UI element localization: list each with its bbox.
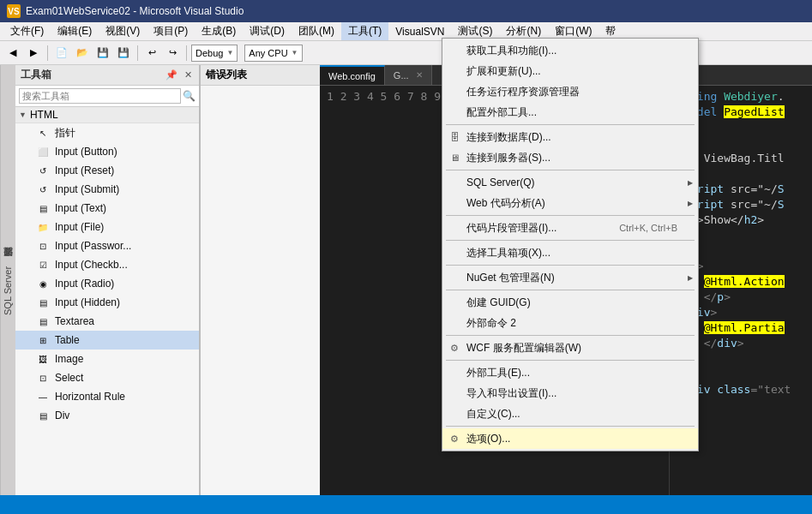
menu-item-build[interactable]: 生成(B) — [195, 22, 243, 40]
tab-close-icon[interactable]: ✕ — [416, 70, 423, 80]
toolbox-item-pointer[interactable]: ↖指针 — [15, 123, 199, 142]
toolbox-header: 工具箱 📌 ✕ — [15, 65, 199, 86]
menu-item-view[interactable]: 视图(V) — [99, 22, 147, 40]
toolbar-forward-btn[interactable]: ▶ — [24, 44, 43, 63]
toolbox-search-area: 🔍 — [15, 86, 199, 107]
toolbox-item-select[interactable]: ⊡Select — [15, 368, 199, 387]
dropdown-item-sql-server[interactable]: SQL Server(Q) — [442, 172, 698, 193]
dropdown-item-connect-db[interactable]: 🗄连接到数据库(D)... — [442, 127, 698, 147]
dropdown-item-snippet-manager[interactable]: 代码片段管理器(I)...Ctrl+K, Ctrl+B — [442, 218, 698, 238]
input-submit-icon: ↺ — [36, 182, 50, 196]
sql-server-sidebar[interactable]: SQL Server 资源管理器 — [0, 65, 15, 514]
toolbox-item-input-button[interactable]: ⬜Input (Button) — [15, 142, 199, 161]
toolbox-item-label-div: Div — [55, 409, 69, 421]
toolbox-pin-btn[interactable]: 📌 — [164, 69, 179, 81]
dropdown-sep-sep7 — [446, 335, 695, 336]
toolbox-item-label-input-button: Input (Button) — [55, 146, 117, 158]
toolbar-sep-1 — [47, 45, 48, 61]
dropdown-item-choose-toolbox[interactable]: 选择工具箱项(X)... — [442, 242, 698, 263]
menu-item-team[interactable]: 团队(M) — [292, 22, 341, 40]
toolbar-saveall-btn[interactable]: 💾 — [114, 44, 133, 63]
toolbox-item-textarea[interactable]: ▤Textarea — [15, 312, 199, 331]
toolbox-item-label-input-submit: Input (Submit) — [55, 183, 119, 195]
select-icon: ⊡ — [36, 371, 50, 385]
dropdown-item-external-tools[interactable]: 配置外部工具... — [442, 102, 698, 123]
div-icon: ▤ — [36, 409, 50, 422]
tab-cshtml[interactable]: G... ✕ — [385, 65, 432, 85]
menu-item-edit[interactable]: 编辑(E) — [51, 22, 99, 40]
menu-item-file[interactable]: 文件(F) — [3, 22, 51, 40]
toolbox-close-btn[interactable]: ✕ — [183, 69, 194, 81]
menu-item-debug[interactable]: 调试(D) — [243, 22, 292, 40]
dropdown-item-wcf-config[interactable]: ⚙WCF 服务配置编辑器(W) — [442, 338, 698, 358]
dropdown-shortcut-snippet-manager: Ctrl+K, Ctrl+B — [619, 223, 677, 233]
dropdown-sep-sep4 — [446, 240, 695, 241]
toolbox-item-label-input-password: Input (Passwor... — [55, 240, 131, 252]
toolbox-item-input-checkbox[interactable]: ☑Input (Checkb... — [15, 255, 199, 274]
title-bar: VS Exam01WebService02 - Microsoft Visual… — [0, 0, 812, 22]
horizontal-rule-icon: — — [36, 390, 50, 403]
toolbox-item-image[interactable]: 🖼Image — [15, 350, 199, 368]
toolbox-section-html[interactable]: ▼ HTML — [15, 107, 199, 123]
dropdown-item-external-cmd[interactable]: 外部命令 2 — [442, 313, 698, 333]
input-button-icon: ⬜ — [36, 145, 50, 158]
toolbar-redo-btn[interactable]: ↪ — [163, 44, 182, 63]
debug-mode-combo[interactable]: Debug ▼ — [191, 45, 238, 62]
toolbox-item-horizontal-rule[interactable]: —Horizontal Rule — [15, 387, 199, 406]
dropdown-item-options[interactable]: ⚙选项(O)... — [442, 428, 698, 449]
toolbox-item-label-textarea: Textarea — [55, 315, 94, 327]
toolbox-item-label-image: Image — [55, 353, 83, 365]
toolbox-item-input-reset[interactable]: ↺Input (Reset) — [15, 161, 199, 180]
dropdown-label-create-guid: 创建 GUID(G) — [466, 296, 531, 310]
toolbar-sep-3 — [186, 45, 187, 61]
section-arrow: ▼ — [19, 111, 27, 119]
toolbar-new-btn[interactable]: 📄 — [52, 44, 71, 63]
toolbox-item-label-table: Table — [55, 334, 80, 346]
dropdown-label-sql-server: SQL Server(Q) — [466, 176, 535, 188]
toolbox-item-div[interactable]: ▤Div — [15, 406, 199, 425]
dropdown-label-choose-toolbox: 选择工具箱项(X)... — [466, 246, 550, 260]
menu-item-tools[interactable]: 工具(T) — [341, 22, 388, 40]
toolbox-item-input-text[interactable]: ▤Input (Text) — [15, 199, 199, 218]
toolbox-content: ▼ HTML ↖指针⬜Input (Button)↺Input (Reset)↺… — [15, 107, 199, 514]
dropdown-sep-sep8 — [446, 360, 695, 361]
toolbar-save-btn[interactable]: 💾 — [93, 44, 112, 63]
dropdown-item-nuget[interactable]: NuGet 包管理器(N) — [442, 267, 698, 288]
input-radio-icon: ◉ — [36, 277, 50, 290]
toolbox-item-input-password[interactable]: ⊡Input (Passwor... — [15, 236, 199, 255]
dropdown-item-web-analysis[interactable]: Web 代码分析(A) — [442, 193, 698, 213]
dropdown-item-create-guid[interactable]: 创建 GUID(G) — [442, 292, 698, 313]
dropdown-item-customize[interactable]: 自定义(C)... — [442, 403, 698, 424]
menu-item-project[interactable]: 项目(P) — [147, 22, 195, 40]
toolbox-item-table[interactable]: ⊞Table — [15, 331, 199, 350]
toolbar-back-btn[interactable]: ◀ — [3, 44, 22, 63]
debug-mode-arrow: ▼ — [226, 49, 233, 57]
dropdown-item-import-export[interactable]: 导入和导出设置(I)... — [442, 383, 698, 403]
dropdown-item-task-runner[interactable]: 任务运行程序资源管理器 — [442, 81, 698, 102]
dropdown-sep-sep6 — [446, 290, 695, 290]
dropdown-item-extensions[interactable]: 扩展和更新(U)... — [442, 61, 698, 81]
toolbox-item-label-input-reset: Input (Reset) — [55, 164, 114, 176]
toolbox-item-input-hidden[interactable]: ▤Input (Hidden) — [15, 293, 199, 312]
toolbar-open-btn[interactable]: 📂 — [73, 44, 92, 63]
toolbox-item-label-input-radio: Input (Radio) — [55, 278, 114, 290]
dropdown-sep-sep9 — [446, 426, 695, 427]
toolbox-item-label-pointer: 指针 — [55, 126, 75, 140]
dropdown-item-external-tools2[interactable]: 外部工具(E)... — [442, 362, 698, 383]
toolbar-undo-btn[interactable]: ↩ — [142, 44, 161, 63]
table-icon: ⊞ — [36, 333, 50, 347]
section-label: HTML — [30, 109, 58, 121]
input-file-icon: 📁 — [36, 220, 50, 234]
toolbox-item-input-radio[interactable]: ◉Input (Radio) — [15, 274, 199, 293]
toolbox-item-input-file[interactable]: 📁Input (File) — [15, 218, 199, 236]
toolbox-item-input-submit[interactable]: ↺Input (Submit) — [15, 180, 199, 199]
tab-webconfig[interactable]: Web.config — [320, 65, 385, 85]
dropdown-label-connect-server: 连接到服务器(S)... — [466, 151, 550, 165]
dropdown-item-get-tools[interactable]: 获取工具和功能(I)... — [442, 40, 698, 61]
toolbox-search-input[interactable] — [19, 88, 181, 104]
platform-combo[interactable]: Any CPU ▼ — [244, 45, 302, 62]
dropdown-label-options: 选项(O)... — [466, 432, 510, 446]
image-icon: 🖼 — [36, 352, 50, 366]
toolbox-item-label-input-checkbox: Input (Checkb... — [55, 259, 128, 271]
dropdown-item-connect-server[interactable]: 🖥连接到服务器(S)... — [442, 147, 698, 168]
